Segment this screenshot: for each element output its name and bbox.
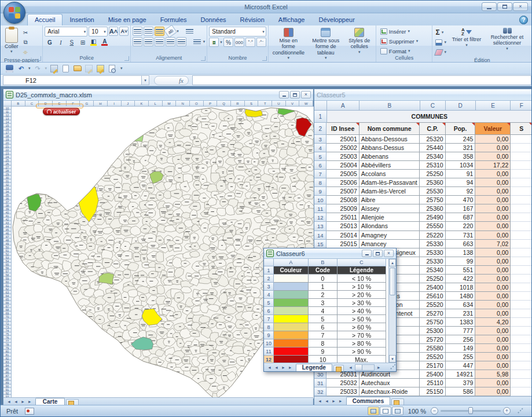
cell[interactable]: 25750: [420, 318, 445, 327]
map-column-H[interactable]: H: [94, 101, 108, 107]
cell[interactable]: 25110: [420, 379, 445, 387]
cell[interactable]: 777: [446, 327, 476, 335]
classeur6-title-bar[interactable]: Classeur6 ×: [264, 248, 396, 259]
cell[interactable]: 422: [446, 275, 476, 283]
percent-button[interactable]: %: [223, 38, 233, 47]
field-header-1[interactable]: ID Insee: [326, 123, 359, 135]
row-header-7[interactable]: 7: [314, 170, 326, 178]
cell[interactable]: [511, 248, 532, 257]
column-header-A[interactable]: A: [327, 101, 359, 111]
legend-label-cell[interactable]: < 10 %: [337, 275, 386, 283]
redo-icon[interactable]: ↷: [34, 64, 42, 72]
format-as-table-button[interactable]: Mettre sous forme de tableau▾: [307, 27, 345, 61]
map-column-T[interactable]: T: [258, 101, 272, 107]
cell[interactable]: 0,00: [475, 257, 511, 266]
font-color-icon[interactable]: A: [100, 38, 109, 47]
cell[interactable]: 25002: [326, 144, 359, 152]
decrease-indent-icon[interactable]: [166, 37, 175, 46]
orientation-icon[interactable]: ab: [164, 25, 177, 38]
tab-accueil[interactable]: Accueil: [27, 14, 63, 25]
legend-row-header-8[interactable]: 8: [264, 323, 274, 331]
cell[interactable]: 25013: [326, 222, 359, 231]
cell[interactable]: 0,00: [475, 170, 511, 178]
cell[interactable]: 0,00: [475, 387, 511, 396]
cell[interactable]: 447: [446, 361, 476, 370]
cell[interactable]: 25550: [420, 222, 445, 231]
cell[interactable]: 25300: [420, 327, 445, 335]
cell[interactable]: 358: [446, 152, 476, 161]
cell[interactable]: [511, 178, 532, 187]
cell[interactable]: 25360: [420, 204, 445, 213]
cell[interactable]: [511, 240, 532, 248]
scroll-up-icon[interactable]: ▲: [389, 259, 396, 266]
cell[interactable]: Autechaux: [359, 379, 420, 387]
map-column-K[interactable]: K: [135, 101, 149, 107]
legend-header-2[interactable]: Code: [309, 266, 337, 275]
zoom-level[interactable]: 100 %: [403, 408, 431, 415]
row-header-2[interactable]: 2: [314, 123, 326, 135]
cell[interactable]: 25015: [326, 240, 359, 248]
cell[interactable]: 99: [446, 257, 476, 266]
field-header-4[interactable]: Pop.: [446, 123, 476, 135]
tab-formules[interactable]: Formules: [153, 14, 194, 25]
cell[interactable]: [511, 213, 532, 222]
number-format-combo[interactable]: Standard▾: [209, 27, 266, 36]
cell[interactable]: 5,98: [475, 370, 511, 379]
number-dialog-launcher[interactable]: [262, 56, 267, 61]
cell[interactable]: 25580: [420, 344, 445, 353]
merged-title-cell[interactable]: COMMUNES: [327, 111, 532, 123]
legend-label-cell[interactable]: > 90 %: [337, 348, 386, 356]
copy-icon[interactable]: ⧉: [21, 38, 31, 47]
cell[interactable]: [511, 275, 532, 283]
cell[interactable]: [511, 301, 532, 309]
cell[interactable]: [511, 292, 532, 301]
cell[interactable]: 0,00: [475, 361, 511, 370]
merge-center-icon[interactable]: [192, 37, 202, 46]
cell[interactable]: 25520: [420, 353, 445, 361]
classeur6-horizontal-scrollbar[interactable]: ◄ ►: [346, 364, 383, 371]
cell[interactable]: 25033: [326, 387, 359, 396]
cell[interactable]: 25170: [420, 361, 445, 370]
legend-label-cell[interactable]: > 10 %: [337, 283, 386, 291]
macro-record-icon[interactable]: [25, 408, 34, 415]
legend-color-swatch[interactable]: [274, 331, 309, 339]
cell[interactable]: 25750: [420, 196, 445, 204]
cell[interactable]: [511, 353, 532, 361]
legend-code-cell[interactable]: 2: [309, 291, 337, 299]
legend-code-cell[interactable]: 4: [309, 307, 337, 315]
map-sheet-nav[interactable]: ◄◄ ►►: [3, 399, 35, 404]
align-left-icon[interactable]: [133, 37, 142, 46]
row-header-31[interactable]: 31: [314, 379, 326, 387]
cell[interactable]: 0,00: [475, 344, 511, 353]
map-row-headers[interactable]: 1011121314151617181920212223242526272829…: [3, 107, 12, 397]
map-column-L[interactable]: L: [149, 101, 163, 107]
row-header-32[interactable]: 32: [314, 387, 326, 396]
zoom-out-button[interactable]: −: [431, 407, 438, 415]
shrink-font-button[interactable]: A˅: [119, 27, 129, 36]
find-select-button[interactable]: Rechercher et sélectionner▾: [485, 27, 530, 57]
cell[interactable]: 0,00: [475, 327, 511, 335]
paste-button[interactable]: Coller▾: [2, 27, 21, 57]
cell[interactable]: 91: [446, 170, 476, 178]
cell[interactable]: 25320: [420, 135, 445, 144]
name-box[interactable]: F12: [3, 75, 142, 85]
legend-code-cell[interactable]: 0: [309, 275, 337, 283]
tab-insertion[interactable]: Insertion: [63, 14, 101, 25]
insert-function-button[interactable]: fx: [154, 76, 189, 85]
view-page-break-icon[interactable]: [392, 407, 403, 415]
cell[interactable]: 94: [446, 178, 476, 187]
undo-dropdown[interactable]: ▾: [28, 66, 31, 71]
accounting-format-icon[interactable]: ¤: [209, 38, 219, 47]
sheet-tab-communes[interactable]: Communes: [346, 397, 390, 405]
legend-column-header-A[interactable]: A: [274, 259, 309, 266]
clear-button[interactable]: ▾: [435, 47, 446, 57]
cell[interactable]: 0,00: [475, 213, 511, 222]
row-header-1[interactable]: 1: [314, 111, 327, 123]
cell[interactable]: [511, 204, 532, 213]
map-maximize-button[interactable]: [290, 91, 300, 98]
cell[interactable]: Accolans: [359, 170, 420, 178]
cell[interactable]: 1034: [446, 161, 476, 170]
legend-label-cell[interactable]: > 80 %: [337, 339, 386, 348]
cell[interactable]: 634: [446, 301, 476, 309]
legend-row-header-1[interactable]: 1: [264, 266, 274, 275]
